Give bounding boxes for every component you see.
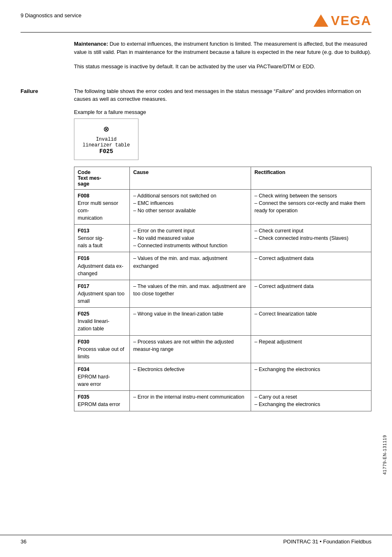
col1-label: Code: [78, 169, 90, 175]
table-row: F035EPROM data errorError in the interna…: [74, 391, 371, 411]
rectification-cell: Carry out a resetExchanging the electron…: [251, 391, 371, 411]
table-row: F013Sensor sig-nals a faultError on the …: [74, 225, 371, 252]
failure-left-label: Failure: [21, 87, 74, 411]
rectification-item: Check wiring between the sensors: [254, 192, 368, 200]
col1b-label: Text mes-sage: [78, 175, 101, 187]
vega-logo: VEGA: [313, 12, 371, 29]
cause-item: Error on the current input: [133, 227, 247, 234]
error-desc: EPROM hard-ware error: [78, 374, 110, 387]
cause-cell: Error on the current inputNo valid measu…: [130, 225, 251, 252]
example-text2: linearizer table: [83, 142, 130, 148]
code-cell: F035EPROM data error: [74, 391, 130, 411]
rectification-cell: Check wiring between the sensorsConnect …: [251, 189, 371, 225]
cause-cell: Values of the min. and max. adjustment e…: [130, 252, 251, 280]
failure-italic: Failure: [276, 88, 292, 94]
error-code: F030: [78, 339, 90, 345]
failure-intro: The following table shows the error code…: [74, 87, 371, 103]
code-cell: F013Sensor sig-nals a fault: [74, 225, 130, 252]
rectification-item: Check connected instru-ments (Slaves): [254, 234, 368, 242]
svg-marker-0: [314, 14, 328, 27]
error-desc: Process value out of limits: [78, 346, 124, 360]
failure-main: The following table shows the error code…: [74, 87, 371, 411]
col-header-cause: Cause: [130, 167, 251, 189]
page-number: 36: [21, 538, 26, 545]
error-code: F016: [78, 255, 90, 261]
rectification-item: Carry out a reset: [254, 393, 368, 401]
error-desc: Adjustment data ex-changed: [78, 263, 123, 276]
vega-logo-text: VEGA: [331, 13, 371, 28]
maintenance-paragraph2: This status message is inactive by defau…: [74, 63, 371, 71]
cause-item: The values of the min. and max. adjustme…: [133, 283, 247, 297]
code-cell: F017Adjustment span too small: [74, 280, 130, 307]
cause-item: Wrong value in the lineari-zation table: [133, 310, 247, 318]
cause-cell: Error in the internal instru-ment commun…: [130, 391, 251, 411]
header-section: 9 Diagnostics and service: [21, 12, 81, 19]
cause-cell: Electronics defective: [130, 363, 251, 390]
cause-item: Additional sensors not switched on: [133, 192, 247, 200]
code-cell: F008Error multi sensor com-munication: [74, 189, 130, 225]
rectification-cell: Repeat adjustment: [251, 335, 371, 363]
rectification-item: Check current input: [254, 227, 368, 234]
rectification-cell: Check current inputCheck connected instr…: [251, 225, 371, 252]
cause-item: Connected instruments without function: [133, 242, 247, 249]
error-desc: Invalid lineari-zation table: [78, 318, 109, 332]
rectification-item: Correct adjustment data: [254, 283, 368, 290]
error-code: F025: [78, 311, 90, 317]
code-cell: F030Process value out of limits: [74, 335, 130, 363]
cause-cell: Wrong value in the lineari-zation table: [130, 308, 251, 335]
example-code: F025: [99, 148, 113, 155]
col-header-rectification: Rectification: [251, 167, 371, 189]
cause-item: Values of the min. and max. adjustment e…: [133, 255, 247, 269]
cause-cell: The values of the min. and max. adjustme…: [130, 280, 251, 307]
rectification-cell: Exchanging the electronics: [251, 363, 371, 390]
rectification-item: Exchanging the electronics: [254, 401, 368, 408]
code-cell: F025Invalid lineari-zation table: [74, 308, 130, 335]
cause-item: EMC influences: [133, 200, 247, 207]
table-row: F017Adjustment span too smallThe values …: [74, 280, 371, 307]
rectification-cell: Correct adjustment data: [251, 252, 371, 280]
cause-item: No other sensor available: [133, 207, 247, 214]
footer: 36 POINTRAC 31 • Foundation Fieldbus: [0, 535, 392, 545]
error-desc: Sensor sig-nals a fault: [78, 235, 104, 248]
error-desc: EPROM data error: [78, 402, 120, 407]
example-box: ⊗ Invalid linearizer table F025: [74, 118, 138, 160]
header: 9 Diagnostics and service VEGA: [21, 12, 371, 32]
rectification-item: Exchanging the electronics: [254, 366, 368, 373]
error-code: F035: [78, 394, 90, 400]
cause-item: No valid measured value: [133, 234, 247, 242]
table-row: F034EPROM hard-ware errorElectronics def…: [74, 363, 371, 390]
error-desc: Error multi sensor com-munication: [78, 200, 118, 221]
cause-item: Error in the internal instru-ment commun…: [133, 393, 247, 401]
error-desc: Adjustment span too small: [78, 291, 125, 304]
maintenance-section: Maintenance: Due to external influences,…: [21, 40, 371, 77]
x-icon: ⊗: [83, 124, 130, 135]
failure-section: Failure The following table shows the er…: [21, 87, 371, 411]
cause-item: Process values are not within the adjust…: [133, 338, 247, 353]
maintenance-left: [21, 40, 74, 77]
side-code: 41779-EN-131119: [383, 435, 387, 475]
vega-logo-icon: [313, 12, 329, 29]
maintenance-paragraph1: Maintenance: Due to external influences,…: [74, 40, 371, 56]
code-cell: F034EPROM hard-ware error: [74, 363, 130, 390]
page: 9 Diagnostics and service VEGA Maintenan…: [0, 0, 392, 557]
maintenance-text1: Due to external influences, the instrume…: [74, 41, 371, 55]
rectification-item: Correct adjustment data: [254, 255, 368, 262]
example-label: Example for a failure message: [74, 109, 371, 115]
col-header-code: Code Text mes-sage: [74, 167, 130, 189]
error-code: F008: [78, 193, 90, 199]
maintenance-right: Maintenance: Due to external influences,…: [74, 40, 371, 77]
failure-label: Failure: [21, 88, 38, 94]
rectification-item: Correct linearization table: [254, 310, 368, 318]
rectification-item: Repeat adjustment: [254, 338, 368, 346]
table-row: F030Process value out of limitsProcess v…: [74, 335, 371, 363]
rectification-cell: Correct adjustment data: [251, 280, 371, 307]
code-cell: F016Adjustment data ex-changed: [74, 252, 130, 280]
footer-title: POINTRAC 31 • Foundation Fieldbus: [283, 538, 371, 545]
error-code: F017: [78, 283, 90, 289]
cause-item: Electronics defective: [133, 366, 247, 373]
cause-cell: Additional sensors not switched onEMC in…: [130, 189, 251, 225]
cause-cell: Process values are not within the adjust…: [130, 335, 251, 363]
example-text1: Invalid: [96, 137, 116, 142]
rectification-cell: Correct linearization table: [251, 308, 371, 335]
rectification-item: Connect the sensors cor-rectly and make …: [254, 200, 368, 214]
